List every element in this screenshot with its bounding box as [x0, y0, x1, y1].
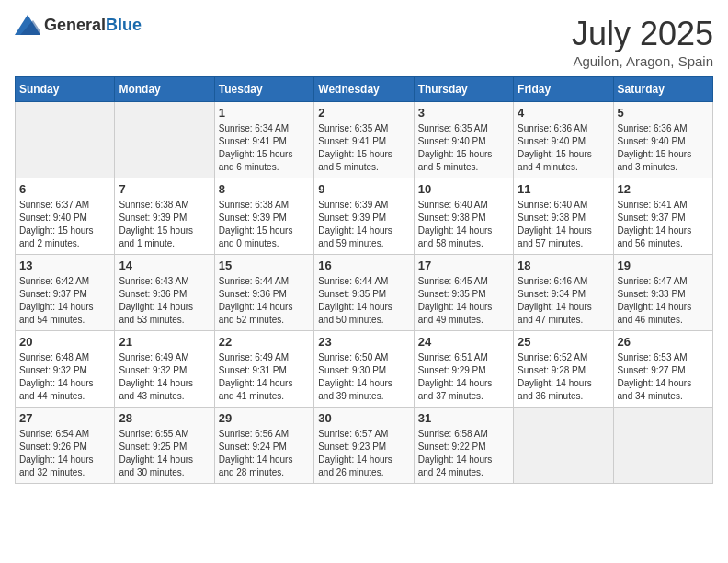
- weekday-row: SundayMondayTuesdayWednesdayThursdayFrid…: [16, 77, 713, 102]
- cell-content: Sunrise: 6:38 AMSunset: 9:39 PMDaylight:…: [119, 199, 210, 250]
- calendar-cell: 3Sunrise: 6:35 AMSunset: 9:40 PMDaylight…: [414, 102, 513, 178]
- calendar-cell: 4Sunrise: 6:36 AMSunset: 9:40 PMDaylight…: [514, 102, 613, 178]
- calendar-cell: 26Sunrise: 6:53 AMSunset: 9:27 PMDayligh…: [613, 331, 712, 408]
- cell-content: Sunrise: 6:48 AMSunset: 9:32 PMDaylight:…: [19, 351, 110, 403]
- day-number: 22: [219, 335, 310, 349]
- cell-content: Sunrise: 6:40 AMSunset: 9:38 PMDaylight:…: [418, 199, 509, 250]
- calendar-cell: 8Sunrise: 6:38 AMSunset: 9:39 PMDaylight…: [214, 178, 313, 255]
- day-number: 13: [19, 259, 110, 272]
- calendar-cell: 30Sunrise: 6:57 AMSunset: 9:23 PMDayligh…: [314, 408, 414, 484]
- calendar-cell: 1Sunrise: 6:34 AMSunset: 9:41 PMDaylight…: [214, 102, 313, 178]
- calendar-cell: 14Sunrise: 6:43 AMSunset: 9:36 PMDayligh…: [115, 255, 214, 331]
- day-number: 18: [518, 259, 609, 272]
- cell-content: Sunrise: 6:35 AMSunset: 9:40 PMDaylight:…: [418, 122, 509, 174]
- calendar-cell: 6Sunrise: 6:37 AMSunset: 9:40 PMDaylight…: [16, 178, 115, 255]
- cell-content: Sunrise: 6:52 AMSunset: 9:28 PMDaylight:…: [518, 351, 609, 403]
- cell-content: Sunrise: 6:57 AMSunset: 9:23 PMDaylight:…: [318, 428, 409, 479]
- day-number: 29: [219, 411, 310, 425]
- calendar-cell: 22Sunrise: 6:49 AMSunset: 9:31 PMDayligh…: [214, 331, 313, 408]
- day-number: 20: [19, 335, 110, 349]
- calendar-cell: 20Sunrise: 6:48 AMSunset: 9:32 PMDayligh…: [16, 331, 115, 408]
- day-number: 24: [418, 335, 509, 349]
- calendar-cell: 23Sunrise: 6:50 AMSunset: 9:30 PMDayligh…: [314, 331, 414, 408]
- calendar-cell: 27Sunrise: 6:54 AMSunset: 9:26 PMDayligh…: [16, 408, 115, 484]
- cell-content: Sunrise: 6:49 AMSunset: 9:31 PMDaylight:…: [219, 351, 310, 403]
- calendar-cell: 19Sunrise: 6:47 AMSunset: 9:33 PMDayligh…: [613, 255, 712, 331]
- cell-content: Sunrise: 6:50 AMSunset: 9:30 PMDaylight:…: [318, 351, 409, 403]
- cell-content: Sunrise: 6:35 AMSunset: 9:41 PMDaylight:…: [318, 122, 409, 174]
- day-number: 21: [119, 335, 210, 349]
- cell-content: Sunrise: 6:46 AMSunset: 9:34 PMDaylight:…: [518, 275, 609, 327]
- cell-content: Sunrise: 6:38 AMSunset: 9:39 PMDaylight:…: [219, 199, 310, 250]
- day-number: 28: [119, 411, 210, 425]
- day-number: 2: [318, 106, 409, 120]
- day-number: 16: [318, 259, 409, 272]
- logo-icon: [15, 15, 40, 35]
- cell-content: Sunrise: 6:40 AMSunset: 9:38 PMDaylight:…: [518, 199, 609, 250]
- day-number: 31: [418, 411, 509, 425]
- cell-content: Sunrise: 6:58 AMSunset: 9:22 PMDaylight:…: [418, 428, 509, 479]
- calendar-cell: [16, 102, 115, 178]
- day-number: 11: [518, 182, 609, 196]
- logo-text: GeneralBlue: [44, 16, 142, 35]
- calendar-cell: 24Sunrise: 6:51 AMSunset: 9:29 PMDayligh…: [414, 331, 513, 408]
- day-number: 23: [318, 335, 409, 349]
- calendar-week-row: 20Sunrise: 6:48 AMSunset: 9:32 PMDayligh…: [16, 331, 713, 408]
- calendar-week-row: 13Sunrise: 6:42 AMSunset: 9:37 PMDayligh…: [16, 255, 713, 331]
- day-number: 6: [19, 182, 110, 196]
- location-title: Aguilon, Aragon, Spain: [572, 53, 713, 69]
- calendar-cell: 25Sunrise: 6:52 AMSunset: 9:28 PMDayligh…: [514, 331, 613, 408]
- day-number: 14: [119, 259, 210, 272]
- weekday-header: Thursday: [414, 77, 513, 102]
- cell-content: Sunrise: 6:34 AMSunset: 9:41 PMDaylight:…: [219, 122, 310, 174]
- day-number: 12: [618, 182, 709, 196]
- calendar-cell: 9Sunrise: 6:39 AMSunset: 9:39 PMDaylight…: [314, 178, 414, 255]
- cell-content: Sunrise: 6:44 AMSunset: 9:35 PMDaylight:…: [318, 275, 409, 327]
- cell-content: Sunrise: 6:39 AMSunset: 9:39 PMDaylight:…: [318, 199, 409, 250]
- calendar-cell: 29Sunrise: 6:56 AMSunset: 9:24 PMDayligh…: [214, 408, 313, 484]
- calendar-cell: 15Sunrise: 6:44 AMSunset: 9:36 PMDayligh…: [214, 255, 313, 331]
- cell-content: Sunrise: 6:41 AMSunset: 9:37 PMDaylight:…: [618, 199, 709, 250]
- calendar-cell: 5Sunrise: 6:36 AMSunset: 9:40 PMDaylight…: [613, 102, 712, 178]
- cell-content: Sunrise: 6:37 AMSunset: 9:40 PMDaylight:…: [19, 199, 110, 250]
- calendar-cell: 11Sunrise: 6:40 AMSunset: 9:38 PMDayligh…: [514, 178, 613, 255]
- calendar-cell: 7Sunrise: 6:38 AMSunset: 9:39 PMDaylight…: [115, 178, 214, 255]
- calendar-cell: 18Sunrise: 6:46 AMSunset: 9:34 PMDayligh…: [514, 255, 613, 331]
- day-number: 10: [418, 182, 509, 196]
- cell-content: Sunrise: 6:36 AMSunset: 9:40 PMDaylight:…: [518, 122, 609, 174]
- cell-content: Sunrise: 6:36 AMSunset: 9:40 PMDaylight:…: [618, 122, 709, 174]
- calendar-cell: 21Sunrise: 6:49 AMSunset: 9:32 PMDayligh…: [115, 331, 214, 408]
- day-number: 25: [518, 335, 609, 349]
- cell-content: Sunrise: 6:44 AMSunset: 9:36 PMDaylight:…: [219, 275, 310, 327]
- cell-content: Sunrise: 6:54 AMSunset: 9:26 PMDaylight:…: [19, 428, 110, 479]
- day-number: 30: [318, 411, 409, 425]
- weekday-header: Tuesday: [214, 77, 313, 102]
- day-number: 15: [219, 259, 310, 272]
- weekday-header: Monday: [115, 77, 214, 102]
- calendar-week-row: 6Sunrise: 6:37 AMSunset: 9:40 PMDaylight…: [16, 178, 713, 255]
- cell-content: Sunrise: 6:43 AMSunset: 9:36 PMDaylight:…: [119, 275, 210, 327]
- page-header: GeneralBlue July 2025 Aguilon, Aragon, S…: [15, 15, 713, 69]
- day-number: 17: [418, 259, 509, 272]
- day-number: 1: [219, 106, 310, 120]
- calendar-header: SundayMondayTuesdayWednesdayThursdayFrid…: [16, 77, 713, 102]
- cell-content: Sunrise: 6:55 AMSunset: 9:25 PMDaylight:…: [119, 428, 210, 479]
- day-number: 5: [618, 106, 709, 120]
- calendar-cell: 16Sunrise: 6:44 AMSunset: 9:35 PMDayligh…: [314, 255, 414, 331]
- calendar-cell: 31Sunrise: 6:58 AMSunset: 9:22 PMDayligh…: [414, 408, 513, 484]
- day-number: 19: [618, 259, 709, 272]
- day-number: 9: [318, 182, 409, 196]
- calendar-week-row: 27Sunrise: 6:54 AMSunset: 9:26 PMDayligh…: [16, 408, 713, 484]
- day-number: 3: [418, 106, 509, 120]
- day-number: 4: [518, 106, 609, 120]
- day-number: 27: [19, 411, 110, 425]
- cell-content: Sunrise: 6:53 AMSunset: 9:27 PMDaylight:…: [618, 351, 709, 403]
- logo-general: General: [44, 16, 106, 34]
- weekday-header: Wednesday: [314, 77, 414, 102]
- logo: GeneralBlue: [15, 15, 142, 35]
- weekday-header: Sunday: [16, 77, 115, 102]
- cell-content: Sunrise: 6:49 AMSunset: 9:32 PMDaylight:…: [119, 351, 210, 403]
- calendar-cell: 17Sunrise: 6:45 AMSunset: 9:35 PMDayligh…: [414, 255, 513, 331]
- cell-content: Sunrise: 6:47 AMSunset: 9:33 PMDaylight:…: [618, 275, 709, 327]
- cell-content: Sunrise: 6:45 AMSunset: 9:35 PMDaylight:…: [418, 275, 509, 327]
